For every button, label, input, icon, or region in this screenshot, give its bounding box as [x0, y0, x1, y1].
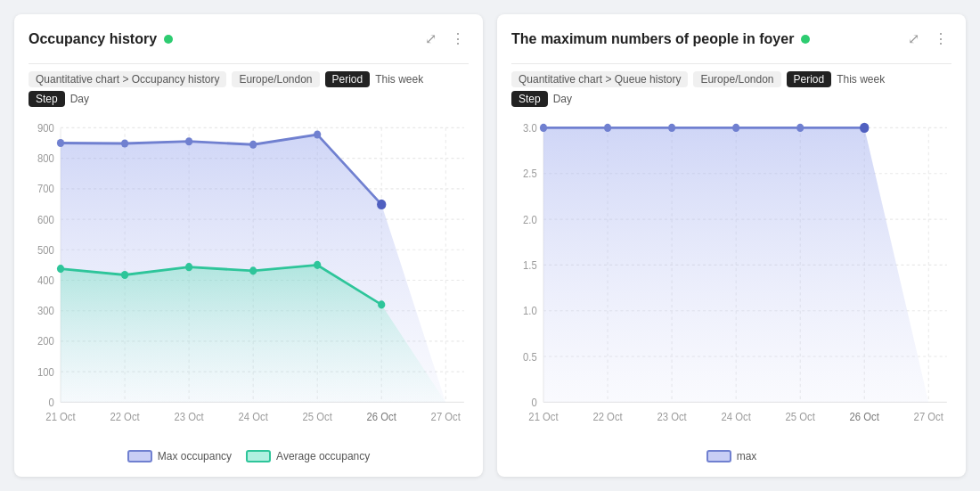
svg-text:26 Oct: 26 Oct: [367, 410, 397, 423]
card1-legend: Max occupancy Average occupancy: [29, 443, 469, 462]
card2-title-row: The maximum numbers of people in foyer: [511, 31, 810, 47]
legend-box-max: [127, 450, 152, 462]
svg-text:200: 200: [37, 335, 54, 348]
card2-divider: [511, 63, 951, 64]
svg-point-70: [540, 124, 547, 132]
occupancy-history-card: Occupancy history ⤢ ⋮ Quantitative chart…: [14, 14, 483, 477]
legend-item-max-occupancy: Max occupancy: [127, 450, 232, 462]
card1-title-row: Occupancy history: [29, 31, 173, 47]
svg-text:26 Oct: 26 Oct: [850, 410, 880, 423]
card2-period-label[interactable]: Period: [787, 71, 832, 87]
svg-text:100: 100: [37, 365, 54, 379]
card2-chart-area: 3.0 2.5 2.0 1.5 1.0 0.5 0: [511, 118, 951, 443]
svg-text:900: 900: [37, 121, 54, 135]
svg-point-33: [377, 200, 386, 209]
svg-text:0.5: 0.5: [523, 350, 537, 364]
card1-actions: ⤢ ⋮: [421, 29, 469, 49]
card1-breadcrumb: Quantitative chart > Occupancy history: [29, 71, 226, 87]
svg-text:2.0: 2.0: [523, 213, 537, 226]
card1-tags-row: Quantitative chart > Occupancy history E…: [29, 71, 469, 87]
card1-timezone: Europe/London: [232, 71, 319, 87]
svg-point-72: [668, 124, 675, 132]
svg-point-31: [249, 141, 257, 149]
legend-label-avg: Average occupancy: [276, 450, 370, 462]
svg-text:21 Oct: 21 Oct: [45, 410, 76, 423]
svg-text:2.5: 2.5: [523, 168, 537, 181]
legend-item-max: max: [706, 450, 757, 462]
svg-text:24 Oct: 24 Oct: [238, 410, 268, 423]
card2-period-value: This week: [837, 73, 885, 86]
card1-menu-icon[interactable]: ⋮: [447, 29, 469, 49]
card2-timezone: Europe/London: [693, 71, 780, 87]
svg-text:600: 600: [37, 213, 54, 226]
svg-text:400: 400: [37, 274, 54, 288]
card1-chart-svg: 900 800 700 600 500 400 300 200 100 0: [29, 118, 469, 443]
card1-divider: [29, 63, 469, 64]
card2-chart-svg: 3.0 2.5 2.0 1.5 1.0 0.5 0: [511, 118, 951, 443]
svg-text:24 Oct: 24 Oct: [721, 410, 751, 423]
legend-box-max2: [706, 450, 731, 462]
card2-step-row: Step Day: [511, 91, 951, 107]
svg-text:3.0: 3.0: [523, 121, 537, 135]
legend-item-avg-occupancy: Average occupancy: [246, 450, 370, 462]
svg-text:22 Oct: 22 Oct: [592, 410, 623, 423]
card1-step-value: Day: [70, 93, 89, 105]
svg-point-38: [249, 266, 257, 274]
foyer-max-card: The maximum numbers of people in foyer ⤢…: [497, 14, 966, 477]
svg-point-30: [185, 137, 192, 145]
card2-status-dot: [801, 35, 810, 44]
svg-point-74: [796, 124, 804, 132]
card1-step-label[interactable]: Step: [29, 91, 65, 107]
svg-text:25 Oct: 25 Oct: [303, 410, 333, 423]
svg-point-36: [121, 271, 128, 279]
svg-point-32: [314, 130, 321, 138]
svg-point-75: [860, 123, 869, 133]
card2-menu-icon[interactable]: ⋮: [930, 29, 951, 49]
card2-actions: ⤢ ⋮: [904, 29, 951, 49]
svg-text:27 Oct: 27 Oct: [431, 410, 461, 423]
svg-marker-69: [543, 127, 928, 402]
card2-breadcrumb: Quantitative chart > Queue history: [511, 71, 688, 87]
svg-point-29: [121, 139, 128, 147]
card1-header: Occupancy history ⤢ ⋮: [29, 29, 469, 49]
svg-text:0: 0: [49, 396, 55, 409]
svg-text:1.5: 1.5: [523, 258, 537, 272]
legend-label-max2: max: [737, 450, 757, 462]
svg-text:21 Oct: 21 Oct: [528, 410, 559, 423]
svg-text:27 Oct: 27 Oct: [914, 410, 944, 423]
card1-period-label[interactable]: Period: [325, 71, 371, 87]
card1-status-dot: [164, 35, 173, 44]
svg-point-37: [185, 263, 192, 271]
svg-point-40: [378, 300, 385, 308]
card2-step-value: Day: [553, 93, 572, 105]
card1-expand-icon[interactable]: ⤢: [421, 29, 440, 49]
svg-point-35: [57, 265, 64, 273]
svg-text:22 Oct: 22 Oct: [110, 410, 140, 423]
card2-header: The maximum numbers of people in foyer ⤢…: [511, 29, 951, 49]
svg-text:25 Oct: 25 Oct: [786, 410, 816, 423]
card2-legend: max: [511, 443, 951, 462]
svg-text:23 Oct: 23 Oct: [174, 410, 204, 423]
svg-text:700: 700: [37, 183, 54, 196]
card1-title: Occupancy history: [29, 31, 157, 47]
svg-text:0: 0: [532, 396, 538, 409]
svg-text:800: 800: [37, 152, 54, 166]
card2-tags-row: Quantitative chart > Queue history Europ…: [511, 71, 951, 87]
card1-step-row: Step Day: [29, 91, 469, 107]
card1-period-value: This week: [375, 73, 423, 86]
card2-title: The maximum numbers of people in foyer: [511, 31, 794, 47]
svg-text:300: 300: [37, 305, 54, 318]
card2-step-label[interactable]: Step: [511, 91, 548, 107]
svg-text:1.0: 1.0: [523, 305, 537, 318]
svg-point-28: [57, 139, 64, 147]
svg-point-73: [732, 124, 739, 132]
svg-text:23 Oct: 23 Oct: [657, 410, 687, 423]
svg-point-39: [314, 261, 321, 269]
card2-expand-icon[interactable]: ⤢: [904, 29, 923, 49]
svg-text:500: 500: [37, 243, 54, 257]
card1-chart-area: 900 800 700 600 500 400 300 200 100 0: [29, 118, 469, 443]
legend-label-max: Max occupancy: [158, 450, 232, 462]
svg-point-71: [604, 124, 611, 132]
legend-box-avg: [246, 450, 271, 462]
